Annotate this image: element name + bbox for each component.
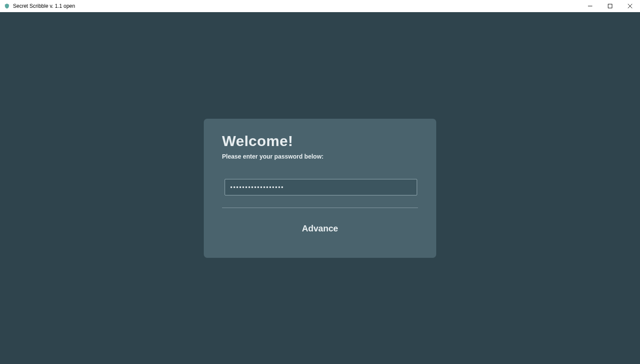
login-panel: Welcome! Please enter your password belo…: [204, 119, 436, 258]
main-area: Welcome! Please enter your password belo…: [0, 12, 640, 364]
titlebar-left: Secret Scribble v. 1.1 open: [3, 3, 75, 10]
window-controls: [580, 0, 640, 12]
divider: [222, 208, 418, 208]
welcome-title: Welcome!: [222, 133, 418, 150]
password-prompt: Please enter your password below:: [222, 153, 418, 160]
app-title: Secret Scribble v. 1.1 open: [13, 3, 75, 9]
minimize-button[interactable]: [580, 0, 600, 12]
svg-rect-1: [608, 4, 612, 8]
password-input[interactable]: [225, 179, 417, 195]
titlebar: Secret Scribble v. 1.1 open: [0, 0, 640, 12]
minimize-icon: [588, 4, 592, 8]
close-icon: [628, 4, 632, 8]
close-button[interactable]: [620, 0, 640, 12]
maximize-icon: [608, 4, 612, 8]
shield-icon: [3, 3, 10, 10]
maximize-button[interactable]: [600, 0, 620, 12]
advance-button[interactable]: Advance: [222, 220, 418, 237]
